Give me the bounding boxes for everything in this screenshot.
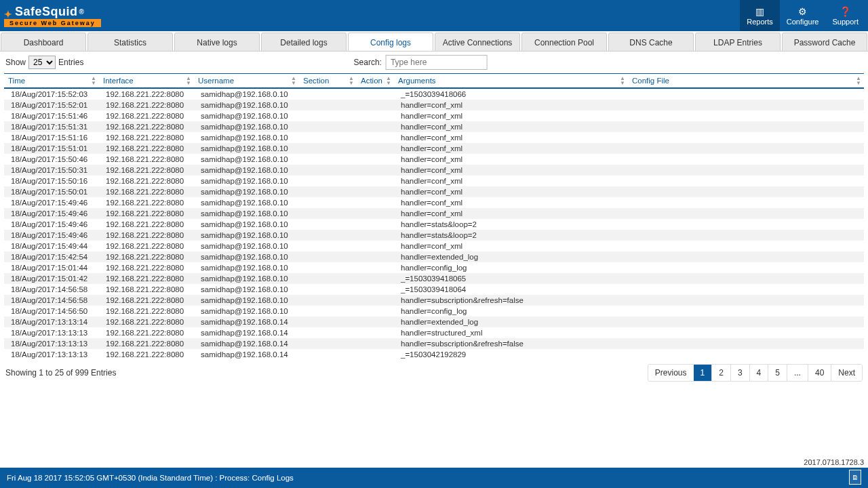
col-time[interactable]: Time▲▼	[4, 74, 99, 89]
page-2[interactable]: 2	[711, 365, 730, 381]
cell-args: handler=stats&loop=2	[394, 230, 628, 241]
tab-native-logs[interactable]: Native logs	[174, 33, 260, 51]
col-action[interactable]: Action▲▼	[357, 74, 394, 89]
cell-time: 18/Aug/2017:15:01:44	[4, 262, 99, 273]
search-input[interactable]	[386, 55, 488, 70]
cell-user: samidhap@192.168.0.10	[194, 284, 299, 295]
reports-button[interactable]: ▥ Reports	[740, 0, 780, 31]
tab-ldap-entries[interactable]: LDAP Entries	[695, 33, 781, 51]
cell-action	[357, 132, 394, 143]
tab-connection-pool[interactable]: Connection Pool	[521, 33, 607, 51]
col-arguments[interactable]: Arguments▲▼	[394, 74, 628, 89]
top-bar: SafeSquid® Secure Web Gateway ▥ Reports …	[0, 0, 868, 31]
cell-iface: 192.168.221.222:8080	[99, 197, 194, 208]
cell-section	[299, 338, 357, 349]
cell-action	[357, 154, 394, 165]
tab-detailed-logs[interactable]: Detailed logs	[261, 33, 347, 51]
cell-user: samidhap@192.168.0.14	[194, 317, 299, 327]
nav-tabs: Dashboard Statistics Native logs Detaile…	[0, 31, 868, 52]
cell-cfg	[628, 100, 864, 110]
col-username[interactable]: Username▲▼	[194, 74, 299, 89]
cell-cfg	[628, 262, 864, 273]
page-3[interactable]: 3	[730, 365, 749, 381]
table-row: 18/Aug/2017:14:56:58192.168.221.222:8080…	[4, 284, 864, 295]
tab-statistics[interactable]: Statistics	[87, 33, 173, 51]
cell-args: handler=config_log	[394, 306, 628, 317]
cell-section	[299, 327, 357, 338]
cell-iface: 192.168.221.222:8080	[99, 219, 194, 230]
cell-user: samidhap@192.168.0.10	[194, 208, 299, 219]
cell-cfg	[628, 154, 864, 165]
cell-args: handler=subscription&refresh=false	[394, 338, 628, 349]
brand-logo: SafeSquid® Secure Web Gateway	[4, 5, 101, 27]
page-5[interactable]: 5	[768, 365, 787, 381]
cell-args: handler=conf_xml	[394, 110, 628, 121]
col-configfile[interactable]: Config File▲▼	[628, 74, 864, 89]
cell-user: samidhap@192.168.0.14	[194, 349, 299, 360]
page-1[interactable]: 1	[694, 365, 712, 381]
tab-active-connections[interactable]: Active Connections	[435, 33, 520, 51]
support-label: Support	[832, 18, 859, 26]
cell-action	[357, 306, 394, 317]
cell-time: 18/Aug/2017:15:50:31	[4, 165, 99, 176]
support-button[interactable]: ❓ Support	[825, 0, 865, 31]
cell-user: samidhap@192.168.0.10	[194, 219, 299, 230]
tab-config-logs[interactable]: Config logs	[348, 33, 433, 51]
cell-args: handler=conf_xml	[394, 154, 628, 165]
page-prev[interactable]: Previous	[648, 365, 694, 381]
tab-dashboard[interactable]: Dashboard	[1, 33, 86, 51]
cell-args: handler=subscription&refresh=false	[394, 295, 628, 306]
cell-user: samidhap@192.168.0.10	[194, 251, 299, 262]
cell-iface: 192.168.221.222:8080	[99, 208, 194, 219]
cell-iface: 192.168.221.222:8080	[99, 251, 194, 262]
cell-action	[357, 338, 394, 349]
cell-section	[299, 208, 357, 219]
cell-user: samidhap@192.168.0.10	[194, 110, 299, 121]
cell-action	[357, 327, 394, 338]
cell-section	[299, 251, 357, 262]
cell-section	[299, 176, 357, 186]
cell-action	[357, 230, 394, 241]
cell-cfg	[628, 176, 864, 186]
cell-args: handler=conf_xml	[394, 186, 628, 197]
page-4[interactable]: 4	[749, 365, 768, 381]
entries-summary: Showing 1 to 25 of 999 Entries	[5, 368, 116, 378]
table-row: 18/Aug/2017:13:13:13192.168.221.222:8080…	[4, 338, 864, 349]
tab-dns-cache[interactable]: DNS Cache	[608, 33, 694, 51]
cell-user: samidhap@192.168.0.10	[194, 176, 299, 186]
cell-section	[299, 241, 357, 251]
cell-time: 18/Aug/2017:15:01:42	[4, 273, 99, 284]
col-interface[interactable]: Interface▲▼	[99, 74, 194, 89]
cell-section	[299, 349, 357, 360]
cell-iface: 192.168.221.222:8080	[99, 284, 194, 295]
col-section[interactable]: Section▲▼	[299, 74, 357, 89]
reports-label: Reports	[747, 18, 773, 26]
cell-args: _=1503039418065	[394, 273, 628, 284]
table-row: 18/Aug/2017:13:13:14192.168.221.222:8080…	[4, 317, 864, 327]
cell-action	[357, 143, 394, 154]
cell-iface: 192.168.221.222:8080	[99, 306, 194, 317]
cell-iface: 192.168.221.222:8080	[99, 88, 194, 100]
table-row: 18/Aug/2017:15:50:46192.168.221.222:8080…	[4, 154, 864, 165]
cell-iface: 192.168.221.222:8080	[99, 165, 194, 176]
cell-iface: 192.168.221.222:8080	[99, 186, 194, 197]
cell-cfg	[628, 165, 864, 176]
cell-iface: 192.168.221.222:8080	[99, 176, 194, 186]
version-text: 2017.0718.1728.3	[804, 458, 864, 466]
cell-iface: 192.168.221.222:8080	[99, 295, 194, 306]
page-size-select[interactable]: 25	[28, 56, 56, 69]
tab-password-cache[interactable]: Password Cache	[782, 33, 867, 51]
cell-section	[299, 219, 357, 230]
configure-button[interactable]: ⚙ Configure	[780, 0, 826, 31]
bar-chart-icon: ▥	[755, 7, 764, 16]
table-row: 18/Aug/2017:15:52:03192.168.221.222:8080…	[4, 88, 864, 100]
cell-section	[299, 100, 357, 110]
page-next[interactable]: Next	[831, 365, 862, 381]
cell-action	[357, 197, 394, 208]
cell-args: handler=conf_xml	[394, 121, 628, 132]
cell-time: 18/Aug/2017:15:52:03	[4, 88, 99, 100]
document-icon[interactable]: 🗎	[849, 470, 861, 485]
page-40[interactable]: 40	[808, 365, 831, 381]
cell-user: samidhap@192.168.0.10	[194, 165, 299, 176]
cell-cfg	[628, 186, 864, 197]
